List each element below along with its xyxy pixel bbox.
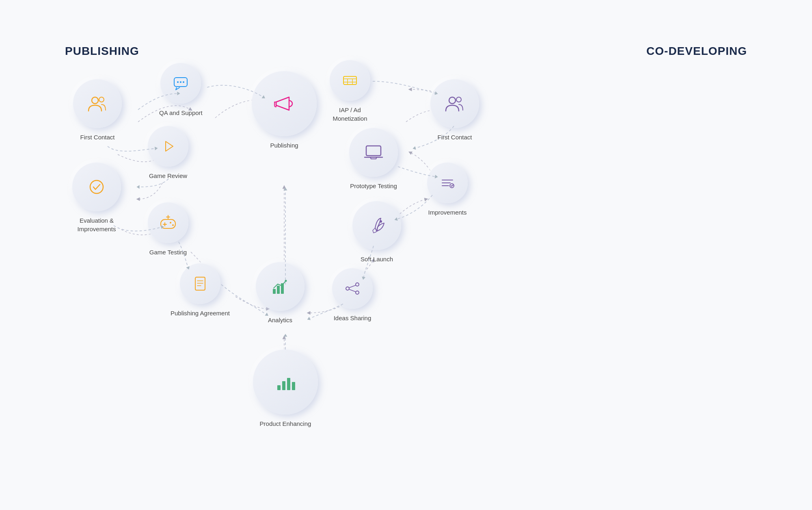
product-enhancing-circle bbox=[253, 349, 318, 415]
flow-arrows bbox=[0, 0, 812, 510]
ideas-sharing-node: Ideas Sharing bbox=[332, 268, 373, 322]
soft-launch-label: Soft Launch bbox=[361, 255, 393, 263]
svg-point-3 bbox=[285, 280, 287, 282]
ideas-sharing-label: Ideas Sharing bbox=[334, 314, 371, 322]
rocket-icon bbox=[366, 215, 387, 236]
prototype-testing-node: Prototype Testing bbox=[349, 128, 398, 190]
game-review-circle bbox=[148, 126, 188, 167]
play-icon bbox=[160, 138, 176, 154]
svg-rect-4 bbox=[277, 385, 281, 390]
first-contact-left-node: First Contact bbox=[73, 79, 122, 141]
svg-point-12 bbox=[92, 97, 98, 104]
svg-point-13 bbox=[99, 97, 104, 102]
publishing-title: PUBLISHING bbox=[65, 45, 139, 58]
share-icon bbox=[344, 280, 361, 297]
codeveloping-title: CO-DEVELOPING bbox=[646, 45, 747, 58]
svg-point-25 bbox=[356, 283, 359, 286]
users-icon-left bbox=[87, 93, 108, 114]
svg-rect-15 bbox=[161, 219, 175, 228]
laptop-icon bbox=[363, 142, 384, 163]
iap-circle bbox=[330, 60, 370, 101]
qa-support-label: QA and Support bbox=[159, 109, 203, 117]
monetization-icon bbox=[342, 72, 358, 89]
game-testing-label: Game Testing bbox=[149, 248, 187, 256]
svg-rect-1 bbox=[277, 286, 280, 294]
svg-rect-6 bbox=[287, 378, 290, 390]
analytics-icon bbox=[270, 277, 290, 296]
eval-circle bbox=[72, 163, 121, 211]
svg-point-27 bbox=[356, 291, 359, 294]
svg-point-26 bbox=[346, 287, 349, 290]
svg-rect-5 bbox=[282, 381, 285, 390]
svg-rect-19 bbox=[343, 76, 356, 85]
analytics-node: Analytics bbox=[256, 262, 304, 324]
bar-chart-icon bbox=[274, 371, 297, 393]
publishing-center-node: Publishing bbox=[252, 71, 317, 150]
prototype-testing-label: Prototype Testing bbox=[350, 182, 397, 190]
soft-launch-circle bbox=[352, 201, 401, 250]
game-testing-node: Game Testing bbox=[148, 202, 188, 256]
megaphone-icon bbox=[271, 91, 297, 117]
users-icon-right bbox=[444, 93, 465, 114]
game-review-label: Game Review bbox=[149, 171, 187, 180]
product-enhancing-node: Product Enhancing bbox=[253, 349, 318, 428]
iap-monetization-node: IAP / AdMonetization bbox=[330, 60, 370, 123]
product-enhancing-label: Product Enhancing bbox=[260, 419, 311, 428]
qa-circle bbox=[160, 63, 201, 104]
improvements-node: Improvements bbox=[427, 163, 468, 217]
publishing-center-label: Publishing bbox=[270, 141, 298, 150]
analytics-label: Analytics bbox=[268, 316, 292, 324]
svg-rect-0 bbox=[273, 289, 276, 294]
chat-icon bbox=[173, 75, 189, 91]
svg-point-21 bbox=[456, 97, 461, 102]
svg-point-9 bbox=[177, 81, 179, 83]
eval-improvements-label: Evaluation &Improvements bbox=[77, 216, 116, 233]
svg-point-10 bbox=[180, 81, 181, 83]
publishing-agreement-node: Publishing Agreement bbox=[171, 263, 230, 317]
first-contact-left-label: First Contact bbox=[80, 133, 114, 141]
svg-point-20 bbox=[449, 97, 456, 104]
first-contact-right-node: First Contact bbox=[430, 79, 479, 141]
improvements-label: Improvements bbox=[428, 208, 466, 217]
gamepad-icon bbox=[159, 214, 177, 232]
svg-rect-22 bbox=[366, 146, 381, 156]
arrows-overlay bbox=[0, 0, 812, 510]
soft-launch-node: Soft Launch bbox=[352, 201, 401, 263]
prototype-circle bbox=[349, 128, 398, 177]
pub-agreement-label: Publishing Agreement bbox=[171, 309, 230, 317]
game-review-node: Game Review bbox=[148, 126, 188, 180]
publishing-center-circle bbox=[252, 71, 317, 136]
iap-label: IAP / AdMonetization bbox=[333, 106, 367, 123]
game-testing-circle bbox=[148, 202, 188, 243]
first-contact-left-circle bbox=[73, 79, 122, 128]
svg-rect-18 bbox=[195, 277, 205, 290]
analytics-circle bbox=[256, 262, 304, 311]
first-contact-right-circle bbox=[430, 79, 479, 128]
svg-point-11 bbox=[183, 81, 184, 83]
svg-point-16 bbox=[170, 222, 171, 224]
svg-point-24 bbox=[380, 220, 382, 223]
eval-improvements-node: Evaluation &Improvements bbox=[72, 163, 121, 233]
first-contact-right-label: First Contact bbox=[437, 133, 472, 141]
ideas-sharing-circle bbox=[332, 268, 373, 309]
svg-point-17 bbox=[172, 224, 174, 226]
improvements-icon bbox=[439, 174, 456, 191]
pub-agreement-circle bbox=[180, 263, 220, 304]
document-icon bbox=[192, 276, 208, 292]
svg-point-14 bbox=[90, 180, 103, 193]
svg-rect-7 bbox=[292, 382, 295, 390]
checkmark-circle-icon bbox=[87, 177, 106, 197]
qa-support-node: QA and Support bbox=[159, 63, 203, 117]
improvements-circle bbox=[427, 163, 468, 203]
